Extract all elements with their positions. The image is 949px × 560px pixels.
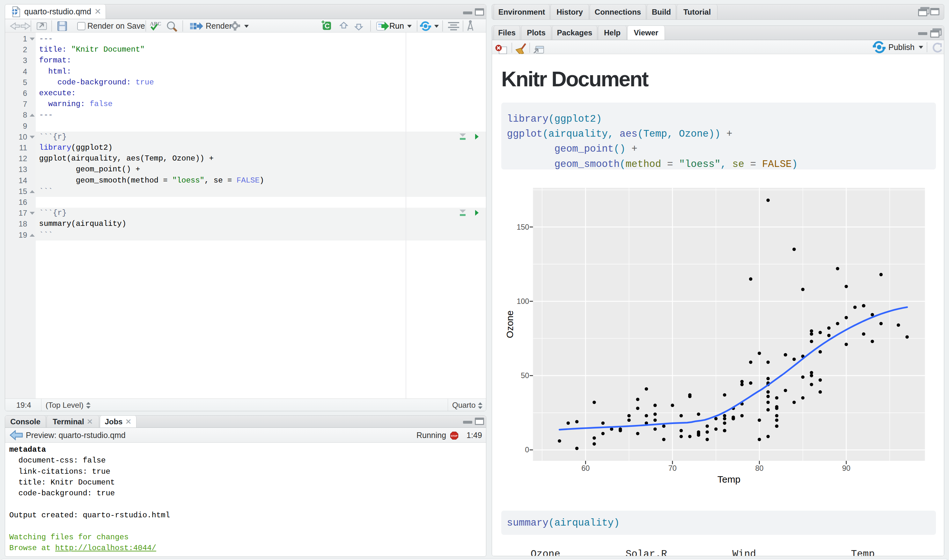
svg-text:0: 0: [525, 446, 529, 454]
svg-text:Run: Run: [389, 22, 404, 30]
svg-text:STOP: STOP: [451, 434, 457, 437]
svg-text:100: 100: [517, 297, 529, 306]
svg-text:90: 90: [842, 464, 850, 472]
svg-text:80: 80: [755, 464, 764, 472]
svg-text:Publish: Publish: [889, 43, 915, 52]
svg-text:60: 60: [581, 464, 589, 472]
svg-text:Render: Render: [206, 22, 232, 30]
svg-text:Temp: Temp: [718, 474, 741, 485]
svg-text:70: 70: [668, 464, 677, 472]
svg-text:150: 150: [517, 223, 529, 231]
svg-text:Render on Save: Render on Save: [87, 22, 145, 30]
svg-text:Ozone: Ozone: [505, 311, 515, 338]
svg-text:C: C: [325, 22, 330, 30]
svg-text:50: 50: [521, 371, 529, 380]
